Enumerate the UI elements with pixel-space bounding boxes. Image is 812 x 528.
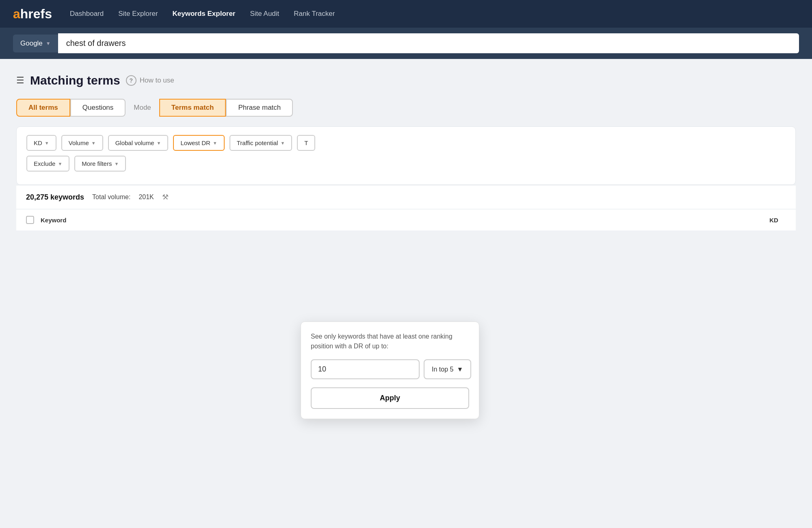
results-row: 20,275 keywords Total volume: 201K ⚒ — [16, 185, 796, 209]
help-circle-icon: ? — [126, 75, 136, 86]
tab-questions[interactable]: Questions — [70, 99, 126, 117]
filter-exclude-label: Exclude — [34, 160, 55, 167]
filter-volume-label: Volume — [69, 139, 89, 146]
tab-terms-match[interactable]: Terms match — [159, 99, 226, 117]
logo-a-letter: a — [13, 7, 20, 22]
tab-all-terms[interactable]: All terms — [16, 99, 70, 117]
logo-text: hrefs — [20, 7, 52, 22]
results-count: 20,275 keywords — [26, 193, 84, 202]
page-header: ☰ Matching terms ? How to use — [16, 74, 796, 87]
filter-more-filters-arrow: ▼ — [114, 161, 119, 166]
filter-traffic-potential[interactable]: Traffic potential ▼ — [230, 135, 292, 151]
filters-row-2: Exclude ▼ More filters ▼ — [26, 156, 786, 172]
sidebar-toggle-icon[interactable]: ☰ — [16, 75, 24, 86]
position-select-arrow: ▼ — [457, 366, 463, 373]
engine-label: Google — [20, 39, 43, 48]
nav-keywords-explorer[interactable]: Keywords Explorer — [173, 10, 236, 18]
how-to-use-label: How to use — [140, 76, 174, 85]
lowest-dr-popup: See only keywords that have at least one… — [301, 322, 479, 419]
select-all-checkbox[interactable] — [26, 216, 34, 224]
volume-label: Total volume: — [92, 193, 130, 201]
filter-traffic-potential-label: Traffic potential — [237, 139, 278, 146]
filters-area: KD ▼ Volume ▼ Global volume ▼ Lowest DR … — [16, 126, 796, 185]
filter-exclude-arrow: ▼ — [58, 161, 62, 166]
nav-rank-tracker[interactable]: Rank Tracker — [294, 10, 335, 18]
search-engine-selector[interactable]: Google ▼ — [13, 35, 58, 52]
position-select[interactable]: In top 5 ▼ — [424, 359, 471, 379]
main-content: ☰ Matching terms ? How to use All terms … — [0, 59, 812, 528]
filter-more-filters[interactable]: More filters ▼ — [74, 156, 126, 172]
filters-row-1: KD ▼ Volume ▼ Global volume ▼ Lowest DR … — [26, 135, 786, 151]
filter-more-filters-label: More filters — [82, 160, 112, 167]
filter-traffic-potential-arrow: ▼ — [280, 141, 285, 146]
col-keyword-header: Keyword — [41, 217, 755, 224]
position-select-label: In top 5 — [432, 366, 453, 373]
nav-site-explorer[interactable]: Site Explorer — [118, 10, 158, 18]
filter-global-volume-arrow: ▼ — [157, 141, 161, 146]
filter-global-volume[interactable]: Global volume ▼ — [108, 135, 169, 151]
filter-t-label: T — [304, 139, 308, 146]
volume-value: 201K — [139, 193, 154, 201]
logo[interactable]: ahrefs — [13, 7, 52, 22]
filter-t[interactable]: T — [297, 135, 315, 151]
popup-description: See only keywords that have at least one… — [311, 332, 469, 351]
dr-number-input[interactable] — [311, 359, 420, 379]
filter-lowest-dr-label: Lowest DR — [180, 139, 210, 146]
filter-kd[interactable]: KD ▼ — [26, 135, 56, 151]
engine-arrow: ▼ — [46, 41, 51, 46]
filter-kd-arrow: ▼ — [45, 141, 49, 146]
settings-icon[interactable]: ⚒ — [162, 193, 169, 202]
mode-label: Mode — [134, 104, 151, 112]
tab-phrase-match[interactable]: Phrase match — [226, 99, 293, 117]
popup-inputs-row: In top 5 ▼ — [311, 359, 469, 379]
filter-exclude[interactable]: Exclude ▼ — [26, 156, 69, 172]
nav-dashboard[interactable]: Dashboard — [70, 10, 104, 18]
popup-apply-button[interactable]: Apply — [311, 387, 469, 409]
filter-volume-arrow: ▼ — [91, 141, 96, 146]
nav-site-audit[interactable]: Site Audit — [250, 10, 279, 18]
page-title: Matching terms — [30, 74, 120, 87]
col-kd-header: KD — [762, 217, 786, 224]
filter-global-volume-label: Global volume — [115, 139, 154, 146]
search-bar: Google ▼ — [0, 28, 812, 59]
filter-lowest-dr[interactable]: Lowest DR ▼ — [173, 135, 224, 151]
table-header-row: Keyword KD — [16, 209, 796, 230]
filter-lowest-dr-arrow: ▼ — [213, 141, 217, 146]
filter-kd-label: KD — [34, 139, 42, 146]
how-to-use-link[interactable]: ? How to use — [126, 75, 174, 86]
filters-container: KD ▼ Volume ▼ Global volume ▼ Lowest DR … — [16, 126, 796, 230]
top-navigation: ahrefs Dashboard Site Explorer Keywords … — [0, 0, 812, 28]
keyword-search-input[interactable] — [58, 33, 799, 53]
tabs-row: All terms Questions Mode Terms match Phr… — [16, 99, 796, 117]
filter-volume[interactable]: Volume ▼ — [61, 135, 103, 151]
